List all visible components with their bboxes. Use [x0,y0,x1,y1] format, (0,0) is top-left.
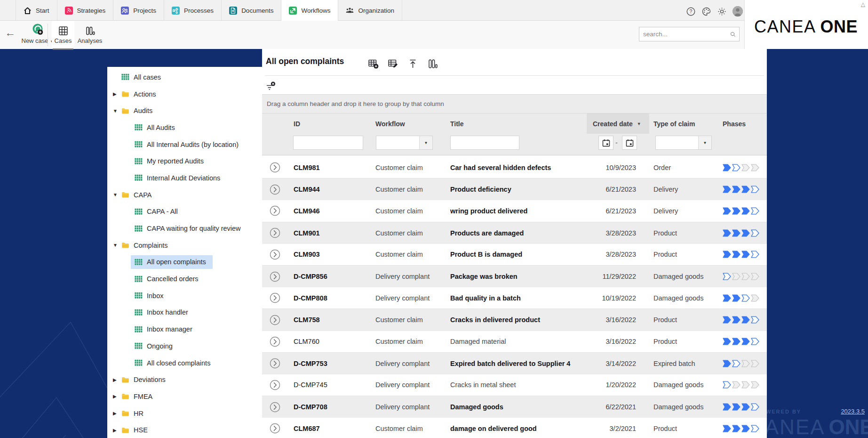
sidebar-item-all-cases[interactable]: All cases [107,69,262,86]
sidebar-item-capa-all[interactable]: CAPA - All [107,203,262,220]
sidebar-item-internal-audit-deviations[interactable]: Internal Audit Deviations [107,170,262,187]
sidebar-item-cancelled-orders[interactable]: Cancelled orders [107,270,262,287]
column-header-title[interactable]: Title [446,120,587,128]
sidebar-item-inbox-manager[interactable]: Inbox manager [107,321,262,338]
expand-row-icon[interactable] [270,162,280,173]
column-header-workflow[interactable]: Workflow [367,120,446,128]
chart-bars-icon[interactable] [427,58,438,69]
expand-row-icon[interactable] [270,227,280,238]
case-row-d-cmp808[interactable]: D-CMP808 Delivery complant Bad quality i… [262,287,767,309]
case-row-clm944[interactable]: CLM944 Customer claim Product deficiency… [262,178,767,200]
palette-icon[interactable] [701,7,711,16]
sidebar-item-all-open-complaints[interactable]: All open complaints [107,254,262,271]
case-row-clm760[interactable]: CLM760 Customer claim Damaged material 3… [262,331,767,353]
sidebar-item-capa[interactable]: ▼CAPA [107,187,262,203]
column-header-type-of-claim[interactable]: Type of claim [649,120,716,128]
tab-projects[interactable]: Projects [113,0,164,21]
tree-item-label: All open complaints [147,258,206,266]
tree-item-label: Inbox [147,292,163,300]
table-edit-icon[interactable] [388,58,398,69]
user-avatar[interactable] [733,6,743,16]
filter-date-from-calendar-icon[interactable] [598,136,613,150]
expand-row-icon[interactable] [270,315,280,325]
tab-label: Workflows [301,7,330,14]
phase-done-pill [723,360,731,367]
clear-filters-icon[interactable] [266,81,276,92]
expand-row-icon[interactable] [270,380,280,390]
case-row-d-cmp708[interactable]: D-CMP708 Delivery complant Damaged goods… [262,396,767,418]
filter-date-to-calendar-icon[interactable] [622,136,637,150]
expand-row-icon[interactable] [270,423,280,434]
case-row-clm946[interactable]: CLM946 Customer claim wring product deli… [262,200,767,222]
column-header-created-date[interactable]: Created date ▼ [587,114,649,134]
sidebar-item-my-reported-audits[interactable]: My reported Audits [107,153,262,170]
filter-id-input[interactable] [293,136,363,150]
group-drop-zone[interactable]: Drag a column header and drop it here to… [262,94,767,114]
sidebar-item-all-internal-audits-by-location[interactable]: All Internal Audits (by location) [107,136,262,153]
search-icon[interactable] [730,30,736,39]
case-row-d-cmp753[interactable]: D-CMP753 Delivery complant Expired batch… [262,353,767,374]
cell-type-of-claim: Product [649,251,716,258]
chevron-down-icon[interactable]: ▼ [419,136,432,149]
filter-title-input[interactable] [450,136,519,150]
cases-tab[interactable]: Cases [52,21,74,49]
phase-done-pill [741,251,750,258]
phase-pending-pill [732,381,741,389]
sidebar-item-ongoing[interactable]: Ongoing [107,338,262,355]
sidebar-item-complaints[interactable]: ▼Complaints [107,237,262,254]
expand-row-icon[interactable] [270,184,280,195]
sidebar-item-all-audits[interactable]: All Audits [107,119,262,136]
settings-gear-icon[interactable] [717,7,727,16]
table-add-icon[interactable] [368,58,379,69]
filter-workflow-dropdown[interactable]: ▼ [376,136,433,150]
column-header-id[interactable]: ID [288,120,367,128]
version-link[interactable]: 2023.3.5 [841,408,865,415]
tab-documents[interactable]: Documents [222,0,281,21]
case-row-d-cmp856[interactable]: D-CMP856 Delivery complant Package was b… [262,266,767,287]
analyses-tab[interactable]: Analyses [76,21,104,49]
case-row-clm758[interactable]: CLM758 Customer claim Cracks in delivere… [262,309,767,331]
column-header-phases[interactable]: Phases [716,120,767,128]
sidebar-item-hse[interactable]: ▶HSE [107,422,262,438]
sidebar-item-hr[interactable]: ▶HR [107,405,262,422]
sidebar-item-actions[interactable]: ▶Actions [107,86,262,103]
sort-desc-icon: ▼ [637,122,641,126]
tab-strategies[interactable]: Strategies [57,0,114,21]
case-row-d-cmp745[interactable]: D-CMP745 Delivery complant Cracks in met… [262,374,767,396]
cell-title: damage on delivered good [446,425,587,432]
sidebar-item-audits[interactable]: ▼Audits [107,102,262,119]
sidebar-item-capa-waiting-for-quality-review[interactable]: CAPA waiting for quality review [107,220,262,237]
collapse-triangle-icon[interactable]: △ [861,1,865,8]
sidebar-item-inbox-handler[interactable]: Inbox handler [107,304,262,321]
expand-row-icon[interactable] [270,358,280,369]
sidebar-item-deviations[interactable]: ▶Deviations [107,371,262,388]
cell-id: CLM901 [288,229,367,237]
cell-title: Product B is damaged [446,251,587,258]
expand-row-icon[interactable] [270,402,280,413]
filter-type-of-claim-dropdown[interactable]: ▼ [655,136,712,150]
expand-row-icon[interactable] [270,271,280,282]
export-up-icon[interactable] [407,58,418,69]
sidebar-item-inbox[interactable]: Inbox [107,287,262,304]
help-icon[interactable]: ? [686,7,696,16]
expand-row-icon[interactable] [270,205,280,216]
search-input[interactable] [639,31,730,38]
cell-phases [716,381,767,389]
tab-processes[interactable]: Processes [164,0,222,21]
phase-done-pill [741,425,750,432]
tab-start[interactable]: Start [16,0,57,21]
case-row-clm903[interactable]: CLM903 Customer claim Product B is damag… [262,244,767,266]
sidebar-item-fmea[interactable]: ▶FMEA [107,388,262,405]
sidebar-item-all-closed-complaints[interactable]: All closed complaints [107,355,262,372]
cell-id: CLM758 [288,316,367,324]
expand-row-icon[interactable] [270,336,280,347]
chevron-down-icon[interactable]: ▼ [698,136,711,149]
case-row-clm687[interactable]: CLM687 Customer claim damage on delivere… [262,418,767,438]
case-row-clm901[interactable]: CLM901 Customer claim Products are damag… [262,222,767,244]
case-row-clm981[interactable]: CLM981 Customer claim Car had several hi… [262,157,767,178]
tab-organization[interactable]: Organization [338,0,402,21]
expand-row-icon[interactable] [270,249,280,260]
tab-workflows[interactable]: Workflows [281,0,338,21]
expand-row-icon[interactable] [270,292,280,303]
back-arrow-button[interactable]: ← [5,26,16,39]
